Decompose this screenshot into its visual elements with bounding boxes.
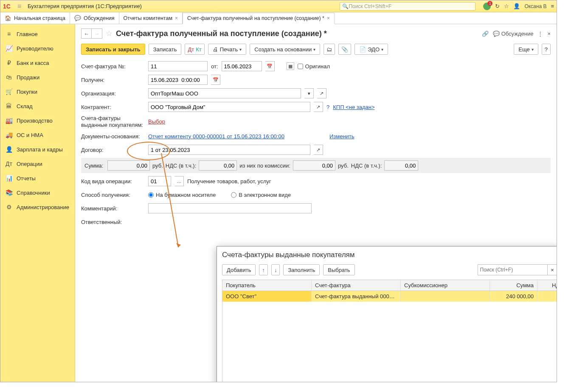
move-down-button[interactable]: ↓ [271, 264, 280, 275]
dialog-search-input[interactable] [478, 264, 548, 275]
fill-button[interactable]: Заполнить [283, 264, 320, 275]
sidebar-item-8[interactable]: 👤Зарплата и кадры [0, 142, 75, 157]
close-icon[interactable]: × [327, 15, 330, 21]
panel-icon[interactable]: ≡ [551, 3, 554, 9]
op-code-input[interactable] [148, 176, 171, 186]
col-vat[interactable]: НДС (в т.ч.) [537, 280, 557, 291]
save-button[interactable]: Записать [149, 44, 182, 55]
col-buyer[interactable]: Покупатель [222, 280, 312, 291]
open-icon[interactable]: ↗ [314, 145, 323, 155]
radio-paper[interactable]: На бумажном носителе [148, 192, 216, 198]
contr-input[interactable] [148, 102, 310, 112]
sf-no-input[interactable] [148, 61, 208, 71]
sidebar-item-label: Администрирование [17, 204, 69, 210]
sidebar-item-10[interactable]: 📊Отчеты [0, 171, 75, 185]
ellipsis-button[interactable]: … [174, 176, 184, 186]
print-button[interactable]: 🖨 Печать [208, 44, 247, 55]
radio-electronic[interactable]: В электронном виде [231, 192, 291, 198]
label-vat2: НДС (в т.ч.): [351, 162, 382, 169]
close-doc-icon[interactable]: × [547, 31, 551, 37]
calendar-icon[interactable]: 📅 [211, 75, 220, 85]
main-content: ← → ☆ Счет-фактура полученный на поступл… [75, 24, 557, 382]
clear-search-button[interactable]: × [548, 264, 557, 275]
related-button[interactable]: 🗂 [324, 44, 335, 55]
col-sf[interactable]: Счет-фактура [312, 280, 401, 291]
col-sub[interactable]: Субкомиссионер [401, 280, 490, 291]
cell-sub[interactable] [401, 291, 490, 302]
global-search[interactable]: 🔍 Поиск Ctrl+Shift+F [340, 2, 476, 11]
sidebar-item-6[interactable]: 🏭Производство [0, 113, 75, 128]
rub2: руб. [338, 162, 349, 169]
sidebar-item-4[interactable]: 🛒Покупки [0, 84, 75, 99]
kpp-link[interactable]: КПП <не задан> [333, 104, 374, 110]
user-icon[interactable]: 👤 [513, 3, 520, 9]
contract-input[interactable] [148, 145, 310, 155]
tab-discuss[interactable]: 💬 Обсуждения [70, 12, 119, 24]
original-label: Оригинал [305, 63, 330, 70]
menu-icon[interactable]: ≡ [17, 3, 24, 10]
kebab-icon[interactable]: ⋮ [537, 31, 543, 37]
sidebar-icon: 📊 [6, 175, 12, 182]
tab-reports[interactable]: Отчеты комитентам × [119, 12, 183, 24]
cell-vat[interactable]: 40 000,00 [537, 291, 557, 302]
base-doc-link[interactable]: Отчет комитенту 0000-000001 от 15.06.202… [148, 133, 284, 140]
history-icon[interactable]: ↻ [495, 3, 500, 9]
sidebar-item-11[interactable]: 📚Справочники [0, 185, 75, 200]
back-button[interactable]: ← [82, 29, 92, 38]
sidebar-item-3[interactable]: 🛍Продажи [0, 70, 75, 84]
sidebar-item-12[interactable]: ⚙Администрирование [0, 200, 75, 214]
label-contract: Договор: [81, 147, 145, 153]
discuss-button[interactable]: 💬 Обсуждение [493, 31, 533, 37]
grid: Покупатель Счет-фактура Субкомиссионер С… [222, 280, 557, 382]
link-icon[interactable]: 🔗 [482, 31, 489, 37]
received-input[interactable] [148, 75, 208, 85]
dtkt-button[interactable]: ДтКт [185, 44, 204, 55]
edo-button[interactable]: 📄 ЭДО [355, 44, 388, 55]
open-icon[interactable]: ↗ [314, 102, 323, 112]
select-button[interactable]: Выбрать [323, 264, 355, 275]
label-docs-base: Документы-основания: [81, 133, 145, 140]
org-input[interactable] [148, 88, 301, 98]
sidebar-icon: 🚚 [6, 132, 12, 138]
table-row[interactable]: ООО "Свет" Счет-фактура выданный 0000-0.… [222, 291, 557, 302]
forward-button[interactable]: → [92, 29, 102, 38]
save-close-button[interactable]: Записать и закрыть [81, 44, 145, 55]
sidebar-item-1[interactable]: 📈Руководителю [0, 41, 75, 56]
more-button[interactable]: Еще [514, 44, 538, 55]
calendar-icon[interactable]: 📅 [265, 61, 275, 71]
tab-invoice[interactable]: Счет-фактура полученный на поступление (… [183, 13, 335, 24]
dropdown-icon[interactable]: ▾ [304, 88, 314, 98]
cell-sum[interactable]: 240 000,00 [490, 291, 537, 302]
star-icon[interactable]: ☆ [106, 29, 113, 38]
choose-link[interactable]: Выбор [148, 118, 165, 125]
sf-date-input[interactable] [222, 61, 262, 71]
dialog-sf-issued: Счета-фактуры выданные покупателям ⋮ ☐ ×… [217, 246, 557, 382]
add-button[interactable]: Добавить [222, 264, 256, 275]
close-icon[interactable]: × [175, 15, 178, 21]
help-icon[interactable]: ? [326, 104, 329, 110]
sidebar-item-0[interactable]: ≡Главное [0, 27, 75, 41]
change-link[interactable]: Изменить [329, 133, 355, 140]
col-sum[interactable]: Сумма [490, 280, 537, 291]
sidebar-item-label: Покупки [17, 89, 37, 95]
original-checkbox[interactable]: Оригинал [298, 63, 330, 70]
layout-icon[interactable]: ▦ [287, 62, 294, 70]
notifications-icon[interactable] [483, 3, 491, 10]
move-up-button[interactable]: ↑ [259, 264, 268, 275]
comment-input[interactable] [148, 203, 312, 213]
sidebar-item-2[interactable]: ₽Банк и касса [0, 56, 75, 70]
sidebar-item-5[interactable]: 🏛Склад [0, 99, 75, 113]
print-label: Печать [220, 46, 238, 53]
sidebar-item-label: Главное [17, 31, 38, 37]
sidebar-item-9[interactable]: ДтОперации [0, 157, 75, 171]
sidebar-item-7[interactable]: 🚚ОС и НМА [0, 128, 75, 142]
create-based-button[interactable]: Создать на основании [250, 44, 320, 55]
tab-home[interactable]: 🏠 Начальная страница [0, 12, 70, 24]
attach-button[interactable]: 📎 [338, 44, 351, 55]
favorite-icon[interactable]: ☆ [504, 3, 509, 9]
help-button[interactable]: ? [542, 44, 551, 55]
open-icon[interactable]: ↗ [317, 88, 326, 98]
cell-sf[interactable]: Счет-фактура выданный 0000-0... [312, 291, 401, 302]
cell-buyer[interactable]: ООО "Свет" [222, 291, 312, 302]
sidebar-icon: 📈 [6, 45, 12, 52]
